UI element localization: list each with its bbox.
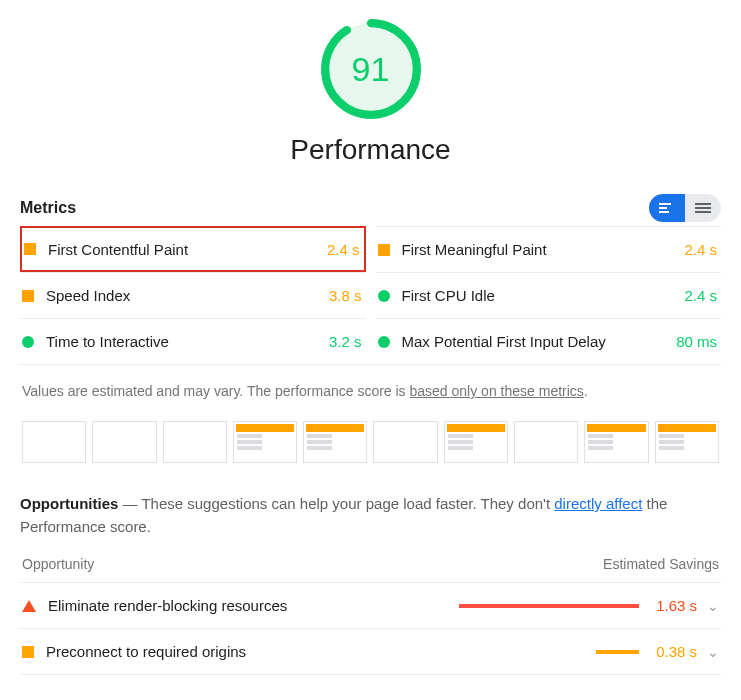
footnote-suffix: .: [584, 383, 588, 399]
square-icon: [24, 243, 36, 255]
metric-value: 3.8 s: [329, 287, 362, 304]
opportunities-learn-link[interactable]: directly affect: [554, 495, 642, 512]
savings-bar-fill: [596, 650, 639, 654]
view-toggle-compact[interactable]: [649, 194, 685, 222]
opportunities-header-row: Opportunity Estimated Savings: [20, 556, 721, 583]
savings-bar: [459, 604, 639, 608]
col-savings: Estimated Savings: [603, 556, 719, 572]
savings-value: 0.38 s: [649, 643, 697, 660]
svg-rect-5: [695, 203, 711, 205]
intro-text: These suggestions can help your page loa…: [141, 495, 554, 512]
chevron-down-icon: ⌄: [707, 644, 719, 660]
metric-name: First CPU Idle: [402, 287, 495, 304]
savings-bar-fill: [459, 604, 639, 608]
metric-row[interactable]: First Contentful Paint 2.4 s: [20, 226, 366, 272]
opportunity-name: Preconnect to required origins: [46, 643, 246, 660]
filmstrip: [20, 421, 721, 463]
filmstrip-frame: [444, 421, 508, 463]
view-toggle-expanded[interactable]: [685, 194, 721, 222]
metric-name: Max Potential First Input Delay: [402, 333, 606, 350]
footnote-text: Values are estimated and may vary. The p…: [22, 383, 410, 399]
divider: [20, 364, 721, 365]
view-toggle-group: [649, 194, 721, 222]
savings-bar: [459, 650, 639, 654]
svg-rect-6: [695, 207, 711, 209]
circle-icon: [378, 290, 390, 302]
filmstrip-frame: [163, 421, 227, 463]
circle-icon: [378, 336, 390, 348]
metric-row[interactable]: First Meaningful Paint 2.4 s: [376, 226, 722, 272]
opportunity-row[interactable]: Eliminate render-blocking resources 1.63…: [20, 583, 721, 629]
savings-value: 1.63 s: [649, 597, 697, 614]
square-icon: [22, 646, 34, 658]
metric-row[interactable]: Max Potential First Input Delay 80 ms: [376, 318, 722, 364]
metric-name: Time to Interactive: [46, 333, 169, 350]
opportunity-row[interactable]: Preconnect to required origins 0.38 s ⌄: [20, 629, 721, 675]
filmstrip-frame: [92, 421, 156, 463]
filmstrip-frame: [655, 421, 719, 463]
opportunity-name: Eliminate render-blocking resources: [48, 597, 287, 614]
metric-row[interactable]: Time to Interactive 3.2 s: [20, 318, 366, 364]
svg-rect-3: [659, 207, 667, 209]
square-icon: [378, 244, 390, 256]
filmstrip-frame: [373, 421, 437, 463]
performance-score: 91 Performance: [20, 14, 721, 166]
metrics-heading: Metrics: [20, 199, 76, 217]
score-gauge: 91: [316, 14, 426, 124]
svg-rect-7: [695, 211, 711, 213]
metric-row[interactable]: Speed Index 3.8 s: [20, 272, 366, 318]
svg-rect-4: [659, 211, 669, 213]
dash: —: [118, 495, 141, 512]
bars-full-icon: [695, 202, 711, 214]
metric-value: 3.2 s: [329, 333, 362, 350]
metric-name: First Contentful Paint: [48, 241, 188, 258]
svg-rect-2: [659, 203, 671, 205]
opportunities-label: Opportunities: [20, 495, 118, 512]
footnote-link[interactable]: based only on these metrics: [410, 383, 584, 399]
circle-icon: [22, 336, 34, 348]
bars-short-icon: [659, 202, 675, 214]
metrics-grid: First Contentful Paint 2.4 s First Meani…: [20, 226, 721, 364]
filmstrip-frame: [22, 421, 86, 463]
opportunities-intro: Opportunities — These suggestions can he…: [20, 493, 721, 538]
metric-value: 2.4 s: [684, 287, 717, 304]
filmstrip-frame: [584, 421, 648, 463]
metric-value: 2.4 s: [327, 241, 360, 258]
score-value: 91: [316, 14, 426, 124]
metric-value: 2.4 s: [684, 241, 717, 258]
square-icon: [22, 290, 34, 302]
filmstrip-frame: [233, 421, 297, 463]
metric-row[interactable]: First CPU Idle 2.4 s: [376, 272, 722, 318]
metric-value: 80 ms: [676, 333, 717, 350]
triangle-icon: [22, 600, 36, 612]
filmstrip-frame: [303, 421, 367, 463]
filmstrip-frame: [514, 421, 578, 463]
metric-name: First Meaningful Paint: [402, 241, 547, 258]
chevron-down-icon: ⌄: [707, 598, 719, 614]
score-label: Performance: [20, 134, 721, 166]
metrics-footnote: Values are estimated and may vary. The p…: [22, 383, 719, 399]
col-opportunity: Opportunity: [22, 556, 94, 572]
metric-name: Speed Index: [46, 287, 130, 304]
